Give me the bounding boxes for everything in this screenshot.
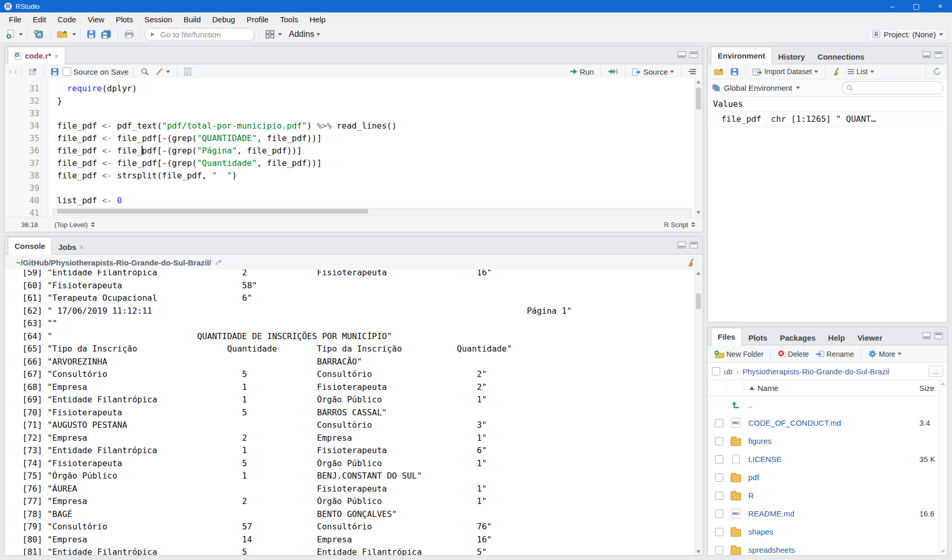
editor-code[interactable]: require(dplyr)}file_pdf <- pdf_text("pdf… — [49, 78, 694, 217]
maximize-pane-icon[interactable] — [690, 242, 698, 248]
more-button[interactable]: More — [866, 348, 904, 359]
save-button[interactable] — [85, 29, 97, 39]
maximize-button[interactable]: ▢ — [904, 0, 928, 12]
save-source-button[interactable] — [49, 67, 61, 77]
minimize-pane-icon[interactable] — [678, 242, 686, 248]
addins-button[interactable]: Addins — [287, 29, 323, 40]
clear-environment-button[interactable] — [830, 66, 843, 77]
minimize-pane-icon[interactable] — [922, 51, 931, 58]
close-button[interactable]: × — [928, 0, 952, 12]
breadcrumb-ellipsis-button[interactable]: ... — [929, 366, 943, 377]
file-checkbox[interactable] — [715, 437, 723, 445]
breadcrumb-parent[interactable]: ub — [724, 367, 733, 376]
file-row[interactable]: .. — [708, 396, 947, 414]
goto-directory-icon[interactable] — [215, 259, 223, 266]
file-row[interactable]: LICENSE35 K — [708, 450, 947, 468]
files-tab-packages[interactable]: Packages — [774, 331, 822, 345]
file-name-link[interactable]: R — [748, 491, 754, 500]
menu-item-profile[interactable]: Profile — [241, 14, 274, 25]
menu-item-tools[interactable]: Tools — [274, 14, 304, 25]
file-row[interactable]: MDCODE_OF_CONDUCT.md3.4 — [708, 414, 947, 432]
import-dataset-button[interactable]: Import Dataset — [750, 66, 820, 77]
menu-item-plots[interactable]: Plots — [110, 14, 138, 25]
menu-item-view[interactable]: View — [82, 14, 110, 25]
delete-button[interactable]: Delete — [776, 349, 811, 359]
forward-icon[interactable]: › — [14, 66, 17, 77]
maximize-pane-icon[interactable] — [934, 51, 943, 58]
new-project-button[interactable]: R — [32, 29, 46, 40]
file-name-link[interactable]: README.md — [748, 509, 794, 518]
menu-item-edit[interactable]: Edit — [27, 14, 52, 25]
select-all-checkbox[interactable] — [712, 367, 720, 375]
panes-layout-button[interactable] — [263, 29, 276, 39]
environment-scope-selector[interactable]: Global Environment — [724, 83, 792, 92]
code-editor[interactable]: 3132333435363738394041 require(dplyr)}fi… — [5, 78, 703, 217]
menu-item-help[interactable]: Help — [304, 14, 331, 25]
menu-item-build[interactable]: Build — [178, 14, 206, 25]
file-row[interactable]: shapes — [708, 523, 947, 541]
save-workspace-button[interactable] — [729, 67, 740, 77]
save-all-button[interactable] — [99, 29, 114, 40]
open-recent-dropdown[interactable] — [72, 33, 76, 36]
files-vertical-scrollbar[interactable] — [939, 380, 947, 555]
menu-item-file[interactable]: File — [3, 14, 27, 25]
environment-search-input[interactable] — [842, 81, 943, 94]
goto-file-search[interactable]: Go to file/function — [145, 28, 255, 41]
file-checkbox[interactable] — [715, 492, 723, 500]
file-name-link[interactable]: pdf — [748, 473, 759, 482]
console-vertical-scrollbar[interactable] — [694, 270, 703, 555]
refresh-button[interactable] — [931, 66, 943, 77]
rename-button[interactable]: Rename — [813, 349, 856, 359]
code-tools-button[interactable] — [153, 66, 172, 77]
load-workspace-button[interactable] — [712, 67, 726, 77]
file-checkbox[interactable] — [715, 419, 723, 427]
files-tab-help[interactable]: Help — [822, 331, 851, 345]
environment-tab-environment[interactable]: Environment — [711, 47, 772, 64]
menu-item-session[interactable]: Session — [139, 14, 178, 25]
tab-close-icon[interactable]: × — [79, 243, 83, 251]
files-tab-plots[interactable]: Plots — [742, 331, 774, 345]
minimize-pane-icon[interactable] — [922, 332, 931, 339]
clear-console-icon[interactable] — [687, 258, 696, 267]
tab-close-icon[interactable]: × — [54, 52, 59, 60]
minimize-pane-icon[interactable] — [678, 51, 686, 58]
menu-item-code[interactable]: Code — [52, 14, 82, 25]
file-name-link[interactable]: CODE_OF_CONDUCT.md — [748, 418, 841, 427]
maximize-pane-icon[interactable] — [934, 332, 943, 339]
list-view-button[interactable]: List — [845, 66, 876, 77]
project-selector[interactable]: R Project: (None) — [867, 29, 948, 40]
open-file-button[interactable] — [55, 29, 71, 39]
file-row[interactable]: MDREADME.md16.6 — [708, 505, 947, 523]
environment-tab-history[interactable]: History — [772, 50, 811, 64]
panes-layout-dropdown[interactable] — [278, 33, 282, 36]
file-checkbox[interactable] — [715, 528, 723, 536]
minimize-button[interactable]: – — [880, 0, 904, 12]
file-type-selector[interactable]: R Script — [664, 221, 695, 229]
column-header-name[interactable]: Name — [744, 384, 778, 393]
environment-entry[interactable]: file_pdfchr [1:1265] " QUANT… — [708, 111, 947, 127]
editor-vertical-scrollbar[interactable] — [694, 78, 703, 216]
new-file-dropdown[interactable] — [19, 33, 23, 36]
menu-item-debug[interactable]: Debug — [206, 14, 241, 25]
file-checkbox[interactable] — [715, 510, 723, 518]
source-button[interactable]: Source — [630, 66, 676, 77]
scope-indicator[interactable]: (Top Level) — [54, 221, 88, 229]
file-name-link[interactable]: shapes — [748, 527, 773, 536]
files-tab-viewer[interactable]: Viewer — [851, 331, 889, 345]
file-row[interactable]: pdf — [708, 468, 947, 486]
back-icon[interactable]: ‹ — [9, 66, 12, 77]
print-button[interactable] — [122, 29, 136, 39]
file-checkbox[interactable] — [715, 473, 723, 482]
file-name-link[interactable]: figures — [748, 437, 772, 445]
new-file-button[interactable] — [4, 29, 17, 40]
tab-code-r[interactable]: R code.r* × — [8, 47, 65, 64]
run-button[interactable]: Run — [567, 66, 596, 77]
editor-horizontal-scrollbar[interactable] — [52, 208, 692, 216]
files-tab-files[interactable]: Files — [711, 328, 742, 345]
source-on-save-checkbox[interactable] — [63, 67, 71, 76]
file-checkbox[interactable] — [715, 546, 723, 554]
console-output[interactable]: [59] "Entidade Filantrópica2Fisioterapeu… — [5, 270, 694, 555]
console-tab-console[interactable]: Console — [8, 237, 52, 255]
column-header-size[interactable]: Size — [919, 384, 934, 393]
file-row[interactable]: figures — [708, 432, 947, 450]
